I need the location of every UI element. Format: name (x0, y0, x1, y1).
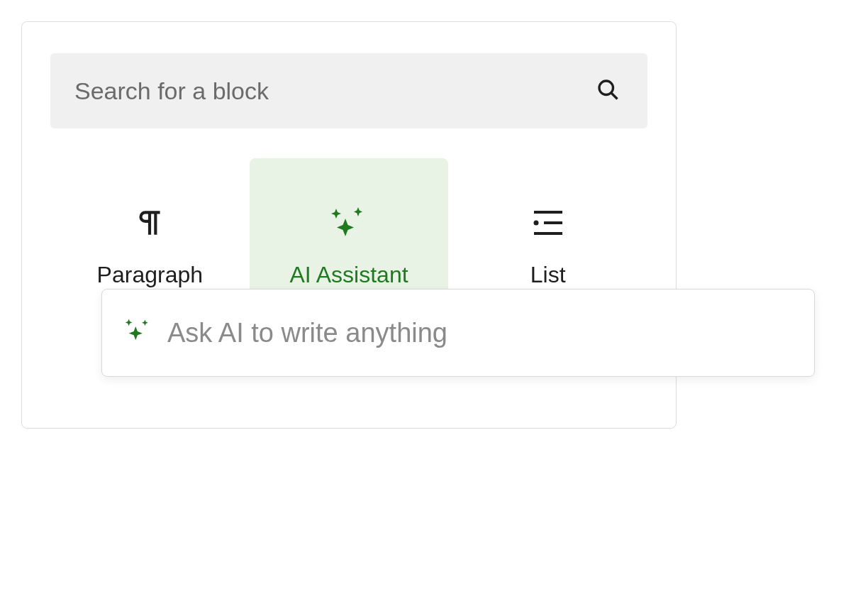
paragraph-icon (132, 205, 167, 241)
svg-line-1 (611, 93, 617, 99)
sparkles-icon (122, 316, 152, 349)
block-inserter-panel: Paragraph AI Assistant Li (21, 21, 677, 429)
svg-point-3 (533, 220, 538, 225)
svg-point-0 (599, 81, 613, 95)
search-input[interactable] (74, 77, 595, 105)
sparkles-icon (328, 205, 369, 241)
ask-ai-input[interactable] (167, 318, 794, 348)
block-label: List (530, 262, 566, 288)
search-bar[interactable] (50, 53, 647, 128)
list-icon (530, 205, 567, 241)
block-label: AI Assistant (289, 262, 408, 288)
block-label: Paragraph (97, 262, 203, 288)
search-icon (595, 77, 621, 105)
ask-ai-bar[interactable] (101, 289, 815, 377)
